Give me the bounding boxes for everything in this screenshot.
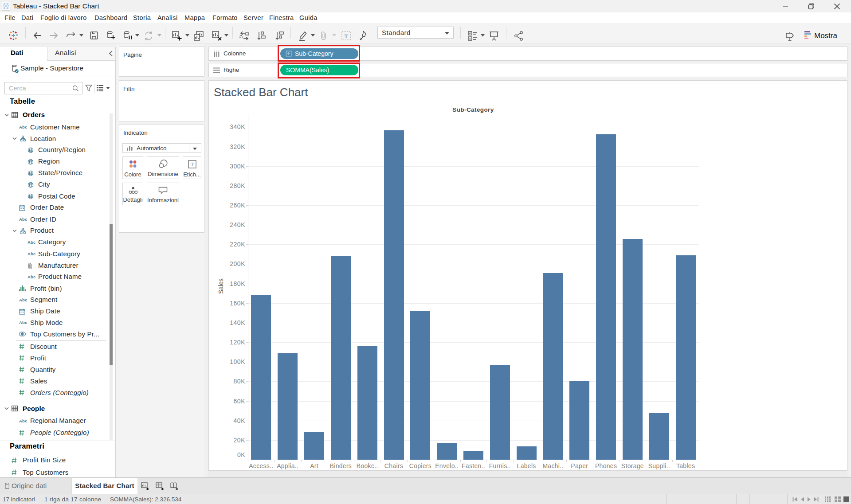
svg-text:T: T bbox=[190, 161, 194, 168]
svg-text:T: T bbox=[345, 33, 348, 39]
